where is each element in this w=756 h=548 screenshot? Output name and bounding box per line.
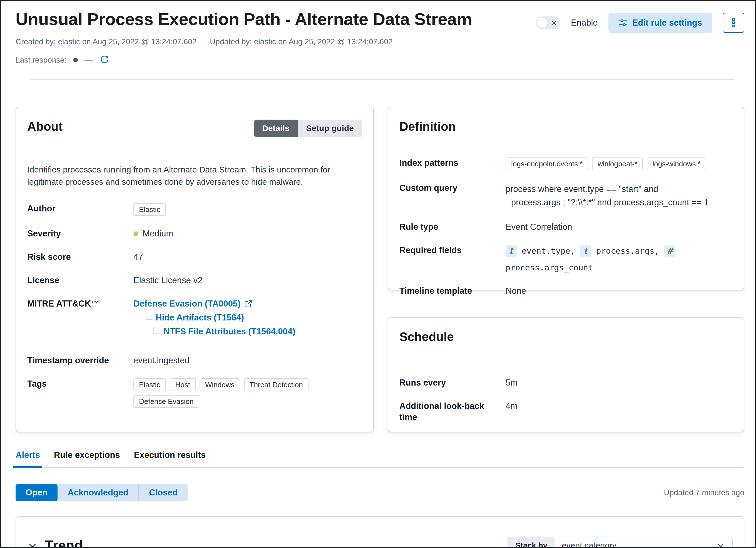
index-patterns-label: Index patterns xyxy=(399,157,506,168)
boxes-vertical-icon xyxy=(728,18,738,28)
risk-score-value: 47 xyxy=(133,251,143,262)
tab-rule-exceptions[interactable]: Rule exceptions xyxy=(54,450,120,467)
number-field-token-icon: # xyxy=(664,245,675,257)
alert-status-filter-group: Open Acknowledged Closed xyxy=(16,484,188,501)
trend-panel: Trend Stack by event.category xyxy=(16,516,744,548)
timestamp-override-row: Timestamp override event.ingested xyxy=(27,355,362,366)
rule-type-value: Event Correlation xyxy=(506,221,572,232)
tab-setup-guide[interactable]: Setup guide xyxy=(298,120,362,137)
required-field-name: process.args, xyxy=(596,245,659,256)
required-fields-label: Required fields xyxy=(399,245,506,256)
tab-details[interactable]: Details xyxy=(254,120,298,137)
filter-closed-button[interactable]: Closed xyxy=(138,484,188,501)
tab-execution-results[interactable]: Execution results xyxy=(134,450,206,467)
mitre-tactic-link[interactable]: Defense Evasion (TA0005) xyxy=(133,298,295,309)
last-response-label: Last response: xyxy=(16,56,67,64)
author-row: Author Elastic xyxy=(27,203,362,216)
edit-rule-settings-button[interactable]: Edit rule settings xyxy=(608,13,712,33)
author-badge: Elastic xyxy=(133,203,166,216)
lookback-row: Additional look-back time 4m xyxy=(399,401,733,423)
mitre-label: MITRE ATT&CK™ xyxy=(27,298,133,309)
index-pattern-badge: logs-windows.* xyxy=(647,157,706,170)
string-field-token-icon: t xyxy=(580,245,591,257)
last-response-value: — xyxy=(84,55,93,65)
created-by-text: Created by: elastic on Aug 25, 2022 @ 13… xyxy=(16,37,197,46)
required-field-name: event.type, xyxy=(522,245,575,256)
tab-alerts[interactable]: Alerts xyxy=(16,450,40,467)
lookback-label: Additional look-back time xyxy=(399,401,506,423)
tree-corner-icon xyxy=(153,327,160,334)
trend-heading: Trend xyxy=(45,537,83,548)
mitre-subtechnique-text: NTFS File Attributes (T1564.004) xyxy=(163,326,295,337)
filter-acknowledged-button[interactable]: Acknowledged xyxy=(58,484,138,501)
tree-corner-icon xyxy=(146,313,152,320)
rule-meta: Created by: elastic on Aug 25, 2022 @ 13… xyxy=(16,37,744,46)
stack-by-value: event.category xyxy=(562,541,711,548)
timeline-template-value: None xyxy=(506,286,526,297)
tag-badge: Host xyxy=(170,378,196,391)
schedule-heading: Schedule xyxy=(399,330,733,344)
index-patterns-row: Index patterns logs-endpoint.events.* wi… xyxy=(399,157,733,170)
stack-by-label: Stack by xyxy=(508,537,554,548)
enable-toggle[interactable] xyxy=(536,16,560,29)
index-pattern-badge: logs-endpoint.events.* xyxy=(506,157,588,170)
schedule-panel: Schedule Runs every 5m Additional look-b… xyxy=(388,317,744,432)
mitre-technique-text: Hide Artifacts (T1564) xyxy=(156,312,244,323)
severity-dot-icon xyxy=(133,231,138,236)
sliders-icon xyxy=(618,18,627,27)
runs-every-label: Runs every xyxy=(399,377,506,388)
header-controls: Enable Edit rule settings xyxy=(536,9,744,33)
license-label: License xyxy=(27,275,133,286)
tag-badge: Defense Evasion xyxy=(133,395,199,408)
rule-actions-menu-button[interactable] xyxy=(723,13,744,33)
edit-rule-settings-label: Edit rule settings xyxy=(632,18,702,28)
mitre-technique-link[interactable]: Hide Artifacts (T1564) xyxy=(146,312,295,323)
chevron-down-icon xyxy=(717,541,725,548)
runs-every-value: 5m xyxy=(506,377,518,388)
updated-ago-text: Updated 7 minutes ago xyxy=(664,488,744,497)
toggle-thumb xyxy=(536,17,548,29)
about-panel: About Details Setup guide Identifies pro… xyxy=(16,107,374,432)
rule-details-page: Unusual Process Execution Path - Alterna… xyxy=(0,0,756,548)
severity-label: Severity xyxy=(27,228,133,239)
rule-tabs: Alerts Rule exceptions Execution results xyxy=(16,450,744,468)
timestamp-override-value: event.ingested xyxy=(133,355,190,366)
license-row: License Elastic License v2 xyxy=(27,275,362,286)
risk-score-row: Risk score 47 xyxy=(27,251,362,262)
license-value: Elastic License v2 xyxy=(133,275,202,286)
timestamp-override-label: Timestamp override xyxy=(27,355,133,366)
definition-panel: Definition Index patterns logs-endpoint.… xyxy=(388,107,744,291)
custom-query-label: Custom query xyxy=(399,182,506,193)
page-title: Unusual Process Execution Path - Alterna… xyxy=(16,9,472,29)
tags-row: Tags Elastic Host Windows Threat Detecti… xyxy=(27,378,362,408)
trend-collapse-toggle[interactable] xyxy=(27,540,38,548)
external-link-icon xyxy=(244,300,252,308)
tag-badge: Threat Detection xyxy=(244,378,309,391)
rule-type-row: Rule type Event Correlation xyxy=(399,221,733,232)
required-fields-row: Required fields t event.type, t process.… xyxy=(399,245,733,273)
chevron-down-icon xyxy=(27,540,38,548)
query-line-1: process where event.type == "start" and xyxy=(506,182,709,196)
severity-value: Medium xyxy=(143,228,173,239)
rule-type-label: Rule type xyxy=(399,221,506,232)
tag-badge: Elastic xyxy=(133,378,166,391)
rule-description: Identifies processes running from an Alt… xyxy=(27,163,341,188)
lookback-value: 4m xyxy=(506,401,518,412)
stack-by-select[interactable]: Stack by event.category xyxy=(508,537,733,548)
severity-row: Severity Medium xyxy=(27,228,362,239)
tag-badge: Windows xyxy=(200,378,240,391)
filter-open-button[interactable]: Open xyxy=(16,484,58,501)
mitre-subtechnique-link[interactable]: NTFS File Attributes (T1564.004) xyxy=(153,326,295,337)
risk-score-label: Risk score xyxy=(27,251,133,262)
updated-by-text: Updated by: elastic on Aug 25, 2022 @ 13… xyxy=(210,37,392,46)
query-line-2: process.args : "?:\\*:*" and process.arg… xyxy=(506,196,709,209)
author-label: Author xyxy=(27,203,133,214)
page-header: Unusual Process Execution Path - Alterna… xyxy=(1,1,755,80)
refresh-button[interactable] xyxy=(100,55,109,65)
string-field-token-icon: t xyxy=(506,245,517,257)
about-view-toggle: Details Setup guide xyxy=(254,120,362,137)
custom-query-row: Custom query process where event.type ==… xyxy=(399,182,733,209)
timeline-template-row: Timeline template None xyxy=(399,286,733,297)
alerts-filter-row: Open Acknowledged Closed Updated 7 minut… xyxy=(16,484,744,501)
mitre-tactic-text: Defense Evasion (TA0005) xyxy=(133,298,240,309)
